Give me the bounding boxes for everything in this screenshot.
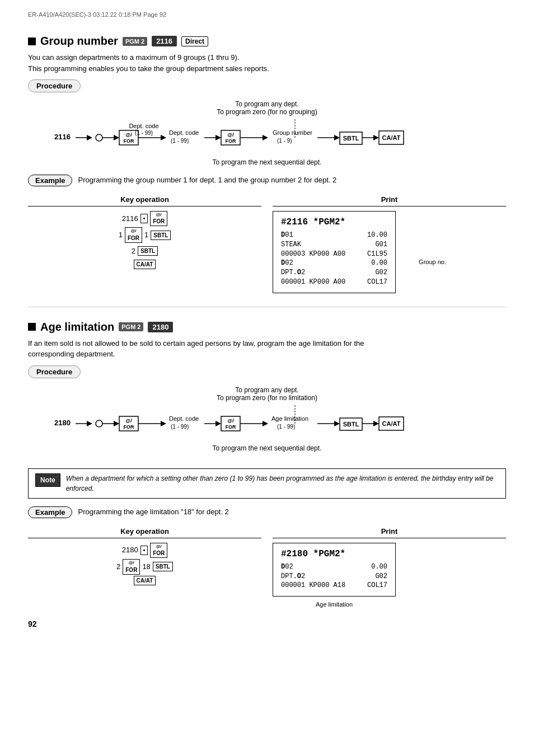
svg-text:(1 - 9): (1 - 9) xyxy=(277,138,292,144)
procedure-label-2: Procedure xyxy=(28,365,81,378)
p2l1-right: 0.00 xyxy=(371,562,387,572)
svg-marker-35 xyxy=(87,421,92,426)
kop-line-3: 2 SBTL xyxy=(28,244,261,259)
svg-text:SBTL: SBTL xyxy=(343,421,359,428)
pl6-right: COL17 xyxy=(367,278,387,287)
diagram1-captions: To program any dept. To program zero (fo… xyxy=(28,100,506,116)
kbox-caat-1: CA/AT xyxy=(134,260,156,269)
section1-desc2: This programming enables you to take the… xyxy=(28,63,506,74)
svg-point-3 xyxy=(96,134,102,141)
svg-text:Dept. code: Dept. code xyxy=(169,415,199,422)
section-divider xyxy=(28,307,506,307)
pl2-left: STEAK xyxy=(281,240,301,250)
key-op-section-1: Key operation 2116 • @/FOR 1 @/FOR 1 SBT… xyxy=(28,195,261,293)
print2-line-2: DPT.O2 G02 xyxy=(281,572,387,581)
group-no-annotation: Group no. xyxy=(419,259,446,265)
pl5-right: G02 xyxy=(375,268,387,278)
kop-num-2: 1 xyxy=(119,228,123,242)
svg-text:@/: @/ xyxy=(227,132,234,138)
svg-text:@/: @/ xyxy=(125,132,132,138)
kop-line-1: 2116 • @/FOR xyxy=(28,211,261,226)
age-limit-annotation: Age limitation xyxy=(273,600,396,608)
badge-direct: Direct xyxy=(181,36,208,46)
svg-text:@/: @/ xyxy=(227,418,234,424)
kbox-for-1: @/FOR xyxy=(150,211,167,226)
svg-marker-10 xyxy=(161,135,166,140)
svg-marker-21 xyxy=(263,135,268,140)
example1-row: Example Programming the group number 1 f… xyxy=(28,175,506,186)
diagram2-captions: To program any dept. To program zero (fo… xyxy=(28,386,506,402)
svg-text:CA/AT: CA/AT xyxy=(382,420,401,427)
svg-marker-25 xyxy=(334,135,340,140)
print-line-6: 000001 KP000 A00 COL17 xyxy=(281,278,387,287)
svg-text:(1 - 99): (1 - 99) xyxy=(171,424,189,430)
svg-marker-52 xyxy=(263,421,268,426)
print-title-2: #2180 *PGM2* xyxy=(281,549,387,559)
svg-text:@/: @/ xyxy=(125,418,132,424)
page-number: 92 xyxy=(28,619,506,628)
print2-line-1: D02 0.00 xyxy=(281,562,387,572)
svg-marker-16 xyxy=(216,135,221,140)
kbox2-for-1: @/FOR xyxy=(150,543,167,558)
kbox-sbtl-1: SBTL xyxy=(151,231,171,240)
section-group-number: Group number PGM 2 2116 Direct You can a… xyxy=(28,35,506,293)
svg-text:Group number: Group number xyxy=(273,129,312,136)
flow-diagram-2: 2180 @/ FOR Dept. code (1 - 99) @/ FOR A… xyxy=(49,404,485,443)
svg-text:Age limitation: Age limitation xyxy=(271,415,308,422)
section2-desc2: corresponding department. xyxy=(28,349,506,360)
kop2-line-1: 2180 • @/FOR xyxy=(28,543,261,558)
section-age-limitation: Age limitation PGM 2 2180 If an item sol… xyxy=(28,321,506,608)
svg-marker-2 xyxy=(87,135,92,140)
print-section-2: Print #2180 *PGM2* D02 0.00 DPT.O2 G02 0… xyxy=(273,527,506,608)
section2-title: Age limitation xyxy=(40,321,114,334)
svg-marker-5 xyxy=(114,135,119,140)
p2l2-right: G02 xyxy=(375,572,387,581)
print2-line-3: 000001 KP000 A18 COL17 xyxy=(281,581,387,590)
kbox-dot-1: • xyxy=(140,214,148,223)
badge-code1: 2116 xyxy=(152,36,177,46)
kop-line-2: 1 @/FOR 1 SBTL xyxy=(28,227,261,242)
kop-line-4: CA/AT xyxy=(28,260,261,269)
kbox2-dot: • xyxy=(140,546,148,555)
note-box: Note When a department for which a setti… xyxy=(28,468,506,499)
svg-text:(1 - 99): (1 - 99) xyxy=(277,424,295,430)
pl4-left: D02 xyxy=(281,259,293,268)
group-no-label: Group no. xyxy=(419,259,446,265)
diagram2-caption-top: To program any dept. xyxy=(28,386,506,394)
svg-marker-56 xyxy=(334,421,340,426)
pl3-left: 000003 KP000 A00 xyxy=(281,250,345,259)
section1-title: Group number xyxy=(40,35,118,48)
example2-label: Example xyxy=(28,506,72,518)
diagram2-caption-sub: To program zero (for no limitation) xyxy=(28,394,506,402)
note-label: Note xyxy=(35,473,60,487)
svg-text:Dept. code: Dept. code xyxy=(169,129,199,136)
print-line-4: D02 0.00 xyxy=(281,259,387,268)
print-line-2: STEAK G01 xyxy=(281,240,387,250)
section1-desc: You can assign departments to a maximum … xyxy=(28,52,506,74)
svg-text:FOR: FOR xyxy=(226,138,236,144)
pl4-right: 0.00 xyxy=(371,259,387,268)
kop2-num-1: 2180 xyxy=(122,543,138,557)
svg-marker-60 xyxy=(373,421,379,426)
svg-point-36 xyxy=(96,420,102,427)
kbox-sbtl-2: SBTL xyxy=(138,246,158,256)
svg-text:2116: 2116 xyxy=(54,133,71,141)
note-text: When a department for which a setting ot… xyxy=(66,473,499,494)
kop-num-4: 2 xyxy=(132,244,135,259)
pl1-right: 10.00 xyxy=(367,231,387,240)
svg-marker-29 xyxy=(373,135,379,140)
header-text: ER-A410/A420(SEC)-3 03.12.22 0:18 PM Pag… xyxy=(28,11,166,18)
print-box-1: #2116 *PGM2* D01 10.00 STEAK G01 000003 … xyxy=(273,211,396,293)
key-op-section-2: Key operation 2180 • @/FOR 2 @/FOR 18 SB… xyxy=(28,527,261,608)
section2-desc: If an item sold is not allowed to be sol… xyxy=(28,338,506,360)
kop2-line-3: CA/AT xyxy=(28,576,261,585)
key-ops-2: 2180 • @/FOR 2 @/FOR 18 SBTL CA/AT xyxy=(28,543,261,585)
p2l1-left: D02 xyxy=(281,562,293,572)
diagram2-caption-bottom: To program the next sequential dept. xyxy=(28,444,506,452)
svg-text:FOR: FOR xyxy=(226,424,236,430)
badge-code2: 2180 xyxy=(148,322,173,332)
pl2-right: G01 xyxy=(375,240,387,250)
print-line-5: DPT.O2 G02 xyxy=(281,268,387,278)
svg-text:(1 - 99): (1 - 99) xyxy=(171,138,189,144)
op-print-2: Key operation 2180 • @/FOR 2 @/FOR 18 SB… xyxy=(28,527,506,608)
